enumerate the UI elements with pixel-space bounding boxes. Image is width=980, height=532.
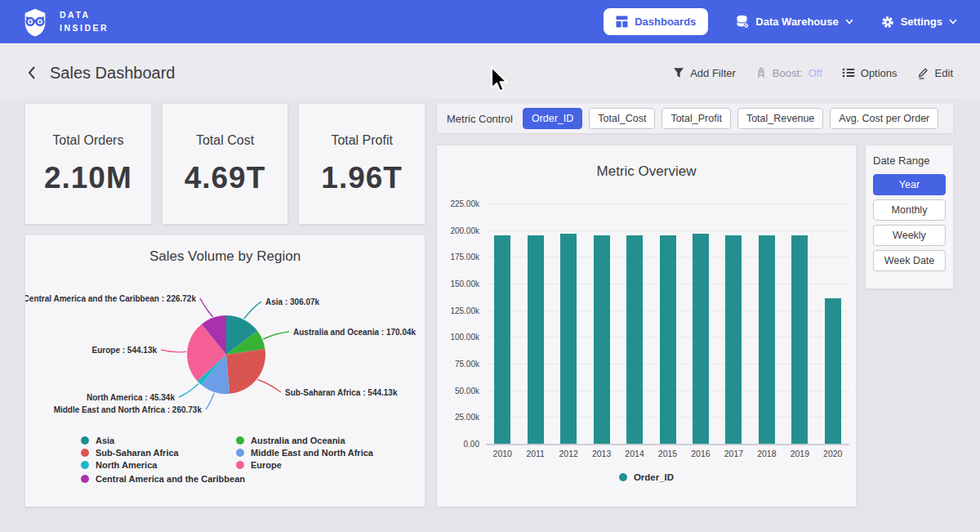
date-range-panel: Date Range YearMonthlyWeeklyWeek Date [866,145,953,288]
date-range-button-week-date[interactable]: Week Date [873,250,946,271]
kpi-card-total-profit: Total Profit1.96T [299,104,425,224]
legend-label: North America [96,460,157,470]
bar-2016[interactable] [693,234,709,444]
bar-2011[interactable] [528,235,544,444]
legend-item-central-america-and-the-caribbean[interactable]: Central America and the Caribbean [81,474,245,484]
legend-item-order-id[interactable]: Order_ID [619,472,674,482]
bar-2019[interactable] [791,235,808,445]
nav-data-warehouse-label: Data Warehouse [755,16,838,28]
pie-leader-line [263,332,289,339]
y-tick-label: 100.00k [437,333,479,342]
database-icon [736,15,749,29]
edit-button[interactable]: Edit [917,67,953,79]
nav-dashboards-button[interactable]: Dashboards [604,8,708,35]
bar-2014[interactable] [626,235,643,444]
gridline [486,203,849,204]
legend-label: Europe [251,460,282,470]
kpi-card-total-orders: Total Orders2.10M [25,104,151,224]
pie-leader-line [244,302,261,319]
chevron-left-icon [27,65,37,80]
list-icon [842,67,855,78]
boost-label: Boost: [773,67,803,79]
kpi-label: Total Profit [331,133,393,148]
legend-label: Central America and the Caribbean [96,474,245,484]
bar-2017[interactable] [725,235,742,445]
brand-line2: INSIDER [60,22,109,34]
x-tick-label: 2011 [519,449,551,458]
legend-item-north-america[interactable]: North America [81,460,157,470]
top-nav: DATA INSIDER Dashboards [0,0,980,45]
date-range-buttons: YearMonthlyWeeklyWeek Date [873,174,946,271]
x-tick-label: 2015 [651,449,684,458]
metric-button-order-id[interactable]: Order_ID [523,108,582,129]
pie-callout-label: Europe : 544.13k [92,346,158,355]
nav-dashboards-label: Dashboards [635,16,696,28]
legend-label: Australia and Oceania [251,436,345,445]
nav-data-warehouse[interactable]: Data Warehouse [736,15,853,29]
page-header: Sales Dashboard Add Filter Boost: Off [0,47,980,99]
rocket-icon [755,67,767,79]
nav-settings[interactable]: Settings [881,16,957,29]
pie-slice-sub-saharan-africa[interactable] [226,349,265,394]
x-tick-label: 2017 [717,449,750,458]
add-filter-button[interactable]: Add Filter [673,67,736,79]
y-tick-label: 200.00k [437,226,479,235]
metric-button-total-cost[interactable]: Total_Cost [589,108,655,129]
legend-dot [81,436,89,445]
options-button[interactable]: Options [842,67,898,79]
boost-toggle[interactable]: Boost: Off [755,67,822,79]
back-button[interactable] [27,65,37,80]
bar-2018[interactable] [759,235,775,444]
date-range-button-year[interactable]: Year [873,174,946,195]
pie-leader-line [257,380,281,393]
legend-item-australia-and-oceania[interactable]: Australia and Oceania [236,436,345,445]
legend-label: Order_ID [634,472,674,482]
bar-2015[interactable] [660,235,676,444]
metric-buttons: Order_IDTotal_CostTotal_ProfitTotal_Reve… [523,108,938,129]
pie-callout-label: Australia and Oceania : 170.04k [293,328,416,337]
add-filter-label: Add Filter [690,67,736,79]
chevron-down-icon [949,19,957,25]
date-range-label: Date Range [873,154,946,167]
pie-leader-line [179,383,198,397]
bar-2020[interactable] [825,298,841,444]
metric-button-total-revenue[interactable]: Total_Revenue [737,108,823,129]
chevron-down-icon [845,19,853,25]
kpi-card-total-cost: Total Cost4.69T [163,104,288,224]
date-range-button-weekly[interactable]: Weekly [873,225,946,246]
legend-dot [81,461,89,469]
legend-item-sub-saharan-africa[interactable]: Sub-Saharan Africa [81,448,179,458]
kpi-label: Total Orders [52,133,123,148]
date-range-button-monthly[interactable]: Monthly [873,199,946,221]
x-tick-label: 2016 [684,449,717,458]
page: DATA INSIDER Dashboards [0,0,980,532]
legend-label: Sub-Saharan Africa [96,448,179,458]
boost-value: Off [808,67,822,79]
x-tick-label: 2012 [552,449,585,458]
pie-callout-label: Asia : 306.07k [265,297,320,306]
brand: DATA INSIDER [20,7,109,38]
gridline [486,230,849,231]
legend-item-europe[interactable]: Europe [236,460,282,470]
x-tick-label: 2018 [751,449,783,458]
legend-label: Middle East and North Africa [251,448,373,458]
legend-item-middle-east-and-north-africa[interactable]: Middle East and North Africa [236,448,373,458]
y-tick-label: 25.00k [437,413,479,422]
bar-chart-legend: Order_ID [437,472,856,482]
y-tick-label: 75.00k [437,360,479,369]
dashboards-grid-icon [616,16,628,28]
bar-2012[interactable] [560,234,577,444]
bar-chart-title: Metric Overview [437,163,856,180]
x-tick-label: 2020 [817,449,849,458]
bar-2013[interactable] [594,235,610,444]
metric-button-total-profit[interactable]: Total_Profit [662,108,731,129]
pie-leader-line [206,393,214,409]
brand-text: DATA INSIDER [60,9,109,34]
legend-item-asia[interactable]: Asia [81,436,114,445]
kpi-value: 4.69T [185,161,266,195]
legend-dot [619,473,627,481]
pie-callout-label: Central America and the Caribbean : 226.… [25,294,196,303]
bar-2010[interactable] [494,235,510,445]
metric-button-avg-cost-per-order[interactable]: Avg. Cost per Order [830,108,938,129]
brand-line1: DATA [60,9,109,21]
